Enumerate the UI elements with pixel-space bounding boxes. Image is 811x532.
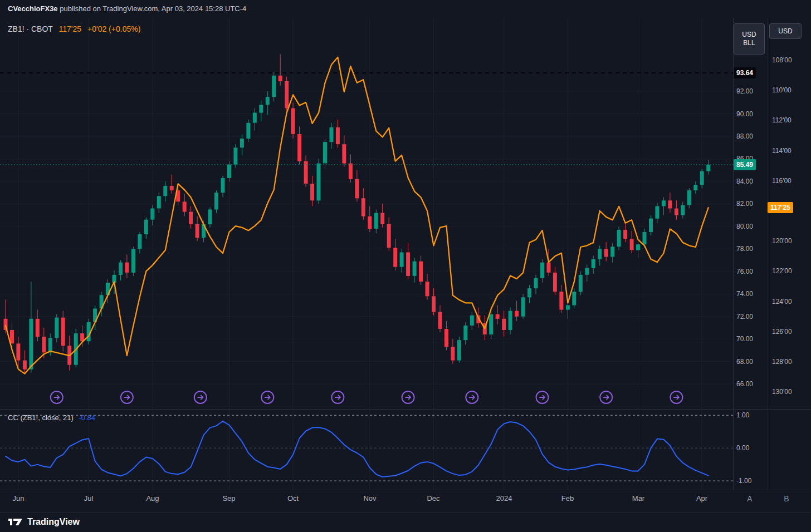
tradingview-logo[interactable]: TradingView bbox=[8, 516, 80, 528]
symbol-legend[interactable]: ZB1! · CBOT 117'25 +0'02 (+0.05%) bbox=[8, 24, 140, 33]
idea-marker-icon[interactable] bbox=[51, 391, 63, 403]
idea-marker-icon[interactable] bbox=[600, 391, 612, 403]
cc-indicator-value: -0.84 bbox=[79, 413, 95, 422]
candle-body bbox=[668, 200, 672, 208]
cc-indicator-legend[interactable]: CC (ZB1!, close, 21) -0.84 bbox=[8, 413, 95, 422]
candle-body bbox=[610, 247, 614, 257]
time-tick-aug: Aug bbox=[146, 494, 159, 503]
idea-marker-icon[interactable] bbox=[466, 391, 478, 403]
pane-resize-handle[interactable] bbox=[0, 409, 811, 410]
footer-bar: TradingView bbox=[0, 512, 811, 532]
published-info: published on TradingView.com, Apr 03, 20… bbox=[58, 4, 247, 13]
candle-body bbox=[502, 319, 506, 330]
level-price-badge: 93.64 bbox=[734, 67, 756, 78]
candle-body bbox=[253, 113, 257, 123]
oil-price-tick: 74.00 bbox=[736, 289, 753, 298]
candle-body bbox=[675, 209, 678, 215]
scale-button-usd-bll-line1: USD bbox=[742, 31, 756, 39]
price-chart-canvas[interactable] bbox=[0, 18, 733, 409]
candle-body bbox=[617, 230, 621, 247]
candle-body bbox=[29, 319, 33, 370]
candle-body bbox=[16, 343, 20, 360]
candle-body bbox=[42, 337, 46, 352]
scale-button-usd-bll-line2: BLL bbox=[743, 39, 755, 47]
idea-marker-icon[interactable] bbox=[331, 391, 344, 403]
candle-body bbox=[310, 184, 314, 200]
candle-body bbox=[233, 147, 237, 164]
zb-price-tick: 130'00 bbox=[772, 387, 792, 396]
candle-body bbox=[438, 312, 442, 329]
scale-a-button[interactable]: A bbox=[744, 494, 755, 503]
candle-body bbox=[527, 288, 531, 297]
candle-body bbox=[259, 105, 263, 112]
candle-body bbox=[189, 212, 193, 224]
idea-marker-icon[interactable] bbox=[261, 391, 273, 403]
candle-body bbox=[10, 330, 14, 343]
candle-body bbox=[706, 165, 710, 171]
time-tick-feb: Feb bbox=[561, 494, 574, 503]
candle-body bbox=[547, 263, 551, 273]
candle-body bbox=[48, 338, 52, 352]
zb-price-tick: 120'00 bbox=[772, 237, 792, 245]
candle-body bbox=[700, 171, 704, 185]
time-axis[interactable]: JunJulAugSepOctNovDec2024FebMarApr bbox=[0, 490, 733, 512]
candle-body bbox=[451, 347, 455, 360]
cc-indicator-canvas[interactable] bbox=[0, 409, 733, 490]
oil-price-tick: 90.00 bbox=[736, 110, 753, 119]
candle-body bbox=[553, 273, 557, 292]
cc-line bbox=[6, 421, 709, 477]
candle-body bbox=[374, 213, 378, 229]
candle-body bbox=[266, 97, 270, 105]
symbol-change: +0'02 (+0.05%) bbox=[87, 24, 140, 33]
cc-tick: -1.00 bbox=[736, 476, 751, 485]
candle-body bbox=[23, 361, 27, 370]
idea-marker-icon[interactable] bbox=[536, 391, 549, 403]
candle-body bbox=[470, 316, 474, 326]
scale-button-usd-bll[interactable]: USD BLL bbox=[734, 23, 765, 55]
candle-body bbox=[304, 161, 308, 184]
candle-body bbox=[630, 239, 634, 250]
candle-body bbox=[432, 296, 436, 312]
author-name: CVecchioFX3e bbox=[8, 4, 58, 13]
candle-body bbox=[279, 76, 282, 81]
candle-body bbox=[457, 340, 461, 360]
scale-b-button[interactable]: B bbox=[781, 494, 792, 503]
candle-body bbox=[426, 282, 429, 296]
candle-body bbox=[496, 314, 500, 319]
idea-marker-icon[interactable] bbox=[670, 391, 682, 403]
oil-price-tick: 68.00 bbox=[736, 357, 753, 366]
time-tick-jul: Jul bbox=[84, 494, 94, 503]
candle-body bbox=[297, 134, 301, 161]
candle-body bbox=[157, 196, 161, 208]
candle-body bbox=[419, 262, 423, 282]
time-tick-jun: Jun bbox=[13, 494, 25, 503]
candle-body bbox=[61, 318, 65, 346]
candle-body bbox=[36, 319, 40, 337]
candle-body bbox=[125, 263, 129, 273]
scale-button-usd[interactable]: USD bbox=[769, 23, 802, 39]
candle-body bbox=[361, 198, 365, 216]
candle-body bbox=[119, 263, 123, 275]
zb-price-tick: 124'00 bbox=[772, 297, 792, 306]
idea-marker-icon[interactable] bbox=[402, 391, 414, 403]
idea-marker-icon[interactable] bbox=[121, 391, 133, 403]
candle-body bbox=[521, 297, 525, 316]
oil-price-tick: 82.00 bbox=[736, 199, 753, 208]
oil-price-tick: 92.00 bbox=[736, 87, 753, 96]
candle-body bbox=[285, 81, 289, 109]
candle-body bbox=[55, 318, 58, 338]
idea-marker-icon[interactable] bbox=[194, 391, 207, 403]
time-tick-mar: Mar bbox=[632, 494, 644, 503]
price-axis[interactable]: 66.0068.0070.0072.0074.0076.0078.0080.00… bbox=[733, 18, 811, 490]
candle-body bbox=[183, 201, 187, 211]
candle-body bbox=[150, 209, 154, 220]
candle-body bbox=[598, 249, 602, 259]
oil-price-tick: 76.00 bbox=[736, 267, 753, 276]
candle-body bbox=[336, 127, 340, 144]
tradingview-logo-icon bbox=[8, 516, 23, 528]
cc-indicator-label: CC (ZB1!, close, 21) bbox=[8, 413, 74, 422]
candle-body bbox=[380, 213, 384, 224]
candle-body bbox=[170, 186, 174, 190]
zb-price-tick: 112'00 bbox=[772, 116, 792, 125]
zb-price-line[interactable] bbox=[6, 57, 709, 374]
